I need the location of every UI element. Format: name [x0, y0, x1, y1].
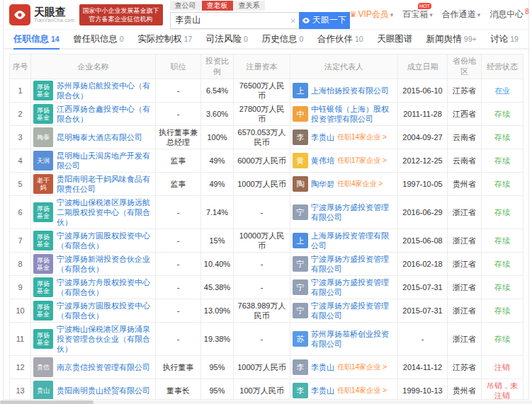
cooperation-link[interactable]: 合作通道 ▾: [442, 8, 481, 21]
legal-rep-link[interactable]: 李贵山: [311, 132, 334, 142]
horizontal-scrollbar-thumb[interactable]: [0, 400, 94, 404]
tab-news[interactable]: 新闻舆情99+: [426, 30, 477, 50]
legal-rep-link[interactable]: 宁波厚扬方盛投资管理有限公司: [311, 202, 395, 222]
company-cell: 梅泰昆明梅泰大酒店有限公司: [31, 126, 156, 149]
column-header: 职位: [156, 54, 201, 79]
capital-cell: 6000万人民币: [234, 149, 290, 173]
company-name-link[interactable]: 宁波厚扬方圆股权投资中心（有限合伙）: [57, 231, 153, 250]
legal-rep-avatar: 上: [293, 233, 308, 248]
tab-judicial-risk[interactable]: 司法风险0: [206, 30, 248, 50]
search-button[interactable]: 天眼一下: [299, 12, 350, 29]
company-name-link[interactable]: 贵阳南明贵山经贸有限公司: [57, 386, 150, 396]
search-tab-relation[interactable]: 查关系: [234, 1, 265, 11]
tab-discussion[interactable]: 讨论19: [490, 30, 519, 50]
legal-rep-link[interactable]: 宁波厚扬方盛投资管理有限公司: [311, 277, 395, 297]
company-name-link[interactable]: 昆明梅山天润房地产开发有限公司: [57, 151, 153, 171]
tab-count: 19: [510, 35, 519, 43]
company-name-link[interactable]: 宁波梅山保税港区厚扬远航二期股权投资中心（有限合伙）: [57, 197, 153, 227]
legal-rep-link[interactable]: 陶华碧: [311, 179, 334, 189]
position-cell: 监事: [156, 173, 201, 196]
tab-graph[interactable]: 天眼图谱: [377, 30, 412, 50]
table-row: 6厚扬基金宁波梅山保税港区厚扬远航二期股权投资中心（有限合伙）-7.14%-宁宁…: [10, 196, 523, 229]
related-companies-link[interactable]: 任职17家企业 >: [337, 156, 387, 166]
ratio-cell: 6.54%: [201, 79, 234, 103]
legal-rep-link[interactable]: 上海厚扬投资管理有限公司: [311, 231, 395, 250]
status-cell: 存续: [482, 299, 523, 323]
search-input[interactable]: [171, 13, 299, 28]
company-logo: 厚扬基金: [33, 231, 53, 250]
legal-rep-link[interactable]: 李贵山: [311, 386, 334, 396]
row-index-cell: 10: [10, 299, 31, 323]
legal-rep-link[interactable]: 宁波厚扬方盛投资管理有限公司: [311, 254, 395, 274]
capital-cell: -: [234, 196, 290, 229]
ratio-cell: 100%: [201, 126, 234, 149]
company-name-link[interactable]: 江西厚扬合鑫投资中心（有限合伙）: [57, 104, 153, 124]
position-cell: -: [156, 299, 201, 323]
province-cell: 贵州省: [448, 379, 482, 400]
company-name-link[interactable]: 昆明梅泰大酒店有限公司: [57, 132, 142, 142]
row-index-cell: 13: [10, 379, 31, 400]
table-row: 4天润昆明梅山天润房地产开发有限公司监事49%6000万人民币黄黄伟培任职17家…: [10, 149, 523, 173]
tab-label: 司法风险: [206, 33, 242, 45]
table-wrap: 序号企业名称职位投资比例注册资本法定代表人成立日期省份地区经营状态 1厚扬基金苏…: [4, 50, 528, 400]
tab-history-info[interactable]: 历史信息0: [262, 30, 304, 50]
company-name-link[interactable]: 宁波厚扬新湖投资合伙企业（有限合伙）: [57, 254, 153, 274]
company-name-link[interactable]: 宁波厚扬方圆股权投资中心（有限合伙）: [57, 301, 153, 321]
tab-actual-control[interactable]: 实际控制权17: [137, 30, 192, 50]
row-index-cell: 2: [10, 103, 31, 126]
status-cell: 吊销，未注销: [482, 379, 523, 400]
capital-cell: 1000万人民币: [234, 173, 290, 196]
legal-rep-link[interactable]: 宁波厚扬方盛投资管理有限公司: [311, 301, 395, 321]
company-logo: 贵信: [33, 357, 53, 377]
tab-label: 新闻舆情: [426, 33, 462, 45]
province-cell: 浙江省: [448, 276, 482, 299]
legal-rep-link[interactable]: 上海怡扬投资有限公司: [311, 86, 389, 96]
legal-rep-link[interactable]: 中钰银领（上海）股权投资管理有限公司: [311, 104, 395, 124]
status-cell: 在业: [482, 79, 523, 103]
legal-rep-avatar: 李: [293, 359, 308, 375]
status-cell: 注销: [482, 356, 523, 379]
company-cell: 贵信南京贵信投资管理有限公司: [31, 356, 156, 379]
position-cell: -: [156, 103, 201, 126]
legal-rep-link[interactable]: 黄伟培: [311, 156, 334, 166]
treasure-box-link[interactable]: HOT 百宝箱 ▾: [402, 8, 433, 21]
message-center-link[interactable]: 消息中心 83: [489, 8, 529, 21]
legal-rep-link[interactable]: 苏州厚扬慕桥创业投资有限公司: [311, 329, 395, 349]
legal-rep-avatar: 宁: [293, 204, 308, 220]
related-companies-link[interactable]: 任职14家企业 >: [337, 362, 387, 372]
chevron-down-icon: ▾: [477, 11, 481, 18]
search-eye-icon: [302, 17, 310, 24]
company-logo: 厚扬基金: [33, 329, 53, 349]
related-companies-link[interactable]: 任职4家企业 >: [337, 179, 383, 189]
position-cell: 执行董事: [156, 356, 201, 379]
province-cell: 浙江省: [448, 229, 482, 253]
company-name-link[interactable]: 南京贵信投资管理有限公司: [57, 362, 150, 372]
status-cell: 存续: [482, 276, 523, 299]
legal-rep-link[interactable]: 李贵山: [311, 362, 334, 372]
company-name-link[interactable]: 宁波梅山保税港区厚扬涌泉投资管理合伙企业（有限合伙）: [57, 324, 153, 354]
company-name-link[interactable]: 苏州厚扬启航投资中心（有限合伙）: [57, 81, 153, 100]
column-header: 投资比例: [201, 54, 234, 79]
company-name-link[interactable]: 贵阳南明老干妈风味食品有限责任公司: [57, 174, 153, 194]
legal-rep-avatar: 李: [293, 129, 308, 145]
position-cell: -: [156, 196, 201, 229]
vip-member-link[interactable]: ♛ VIP会员 ▾: [350, 8, 394, 21]
tianyancha-logo[interactable]: 天眼查 TianYanCha.com 国家中小企业发展基金旗下 官方备案企业征信…: [9, 4, 163, 25]
tab-partners[interactable]: 合作伙伴10: [317, 30, 363, 50]
clear-icon[interactable]: ×: [290, 16, 296, 25]
company-cell: 厚扬基金宁波梅山保税港区厚扬远航二期股权投资中心（有限合伙）: [31, 196, 156, 229]
search-tab-company[interactable]: 查公司: [170, 1, 201, 11]
company-logo: 厚扬基金: [33, 81, 53, 100]
legal-rep-avatar: 宁: [293, 279, 308, 295]
established-date-cell: 2011-11-28: [398, 103, 448, 126]
tab-former-positions[interactable]: 曾任职信息0: [73, 30, 123, 50]
tab-positions[interactable]: 任职信息14: [13, 30, 60, 50]
related-companies-link[interactable]: 任职14家企业 >: [337, 132, 387, 142]
province-cell: 江苏省: [448, 79, 482, 103]
related-companies-link[interactable]: 任职14家企业 >: [337, 386, 387, 396]
company-name-link[interactable]: 宁波厚扬方舟股权投资中心（有限合伙）: [57, 277, 153, 297]
logo-name: 天眼查: [34, 6, 75, 18]
table-row: 12贵信南京贵信投资管理有限公司执行董事95%1000万人民币李李贵山任职14家…: [10, 356, 523, 379]
row-index-cell: 11: [10, 323, 31, 356]
search-tab-boss[interactable]: 查老板: [202, 1, 233, 11]
